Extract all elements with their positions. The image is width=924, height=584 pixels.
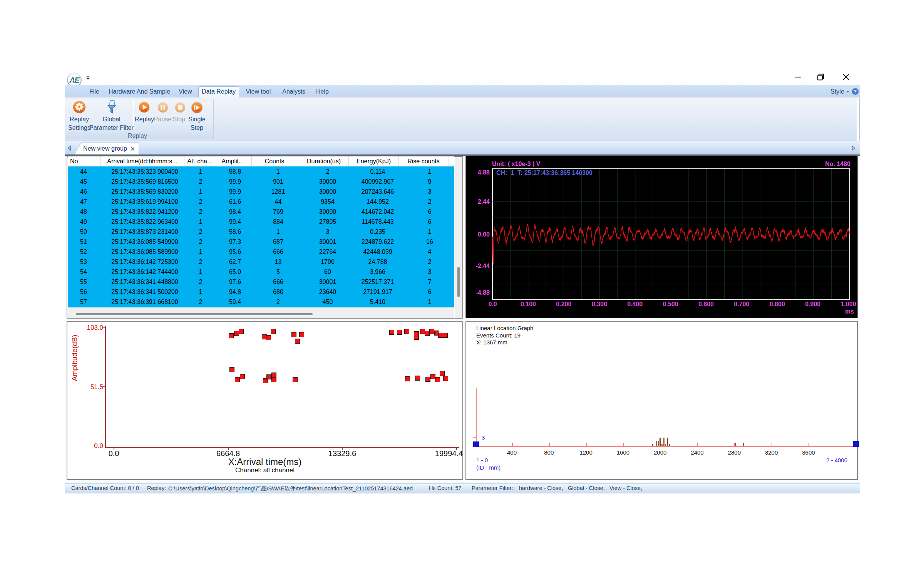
svg-text:?: ? xyxy=(854,89,857,94)
svg-text:AE: AE xyxy=(69,76,80,84)
